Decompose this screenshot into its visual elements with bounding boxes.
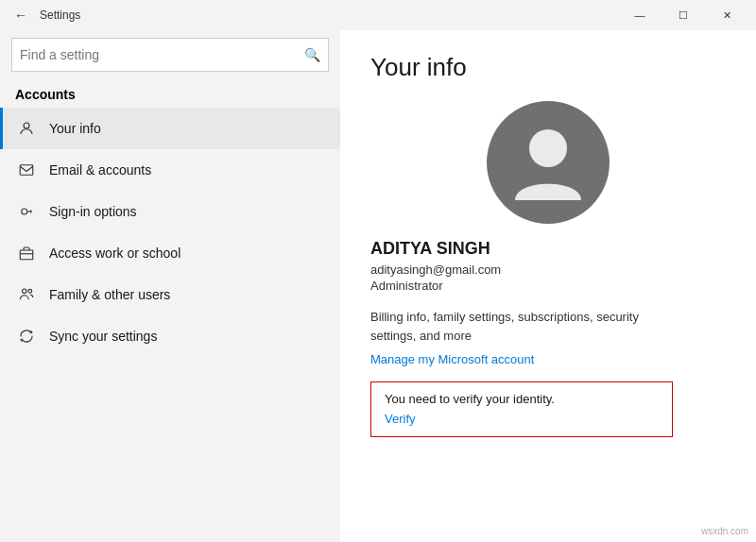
svg-point-0 [24, 123, 29, 128]
svg-point-2 [22, 209, 27, 214]
user-role: Administrator [370, 279, 726, 293]
watermark: wsxdn.com [701, 526, 748, 536]
verify-box: You need to verify your identity. Verify [370, 381, 673, 437]
sidebar-item-signin-label: Sign-in options [49, 204, 137, 219]
family-icon [15, 283, 38, 306]
app-title: Settings [40, 8, 618, 22]
sidebar-item-sync[interactable]: Sync your settings [0, 315, 340, 357]
billing-info: Billing info, family settings, subscript… [370, 308, 673, 345]
sidebar-item-email-label: Email & accounts [49, 162, 151, 178]
content-panel: Your info ADITYA SINGH adityasingh@gmail… [340, 30, 756, 542]
maximize-button[interactable]: ☐ [662, 0, 705, 30]
svg-rect-3 [20, 250, 33, 260]
section-title: Accounts [0, 79, 340, 108]
svg-point-7 [529, 129, 567, 167]
avatar [487, 101, 610, 224]
verify-link[interactable]: Verify [385, 412, 416, 426]
svg-rect-1 [20, 165, 33, 176]
search-box[interactable]: 🔍 [11, 38, 329, 72]
sidebar-item-sign-in[interactable]: Sign-in options [0, 191, 340, 232]
sidebar-item-email-accounts[interactable]: Email & accounts [0, 149, 340, 191]
user-email: adityasingh@gmail.com [370, 263, 726, 277]
email-icon [15, 159, 38, 181]
sidebar-item-sync-label: Sync your settings [49, 329, 157, 344]
person-icon [15, 117, 38, 140]
close-button[interactable]: ✕ [705, 0, 748, 30]
sidebar-item-family-label: Family & other users [49, 287, 170, 302]
sidebar-item-your-info[interactable]: Your info [0, 108, 340, 149]
page-title: Your info [370, 53, 726, 82]
main-content: 🔍 Accounts Your info Email & accounts [0, 30, 756, 542]
sidebar-item-access-work[interactable]: Access work or school [0, 232, 340, 274]
key-icon [15, 200, 38, 223]
search-icon: 🔍 [304, 47, 320, 62]
sync-icon [15, 325, 38, 347]
sidebar-item-your-info-label: Your info [49, 121, 101, 136]
manage-account-link[interactable]: Manage my Microsoft account [370, 352, 726, 366]
sidebar: 🔍 Accounts Your info Email & accounts [0, 30, 340, 542]
user-name: ADITYA SINGH [370, 239, 726, 259]
avatar-container [370, 101, 726, 224]
sidebar-item-work-label: Access work or school [49, 246, 180, 261]
minimize-button[interactable]: — [618, 0, 662, 30]
back-button[interactable]: ← [8, 2, 34, 28]
window-controls: — ☐ ✕ [618, 0, 748, 30]
svg-point-6 [28, 289, 32, 293]
search-input[interactable] [20, 47, 304, 62]
verify-text: You need to verify your identity. [385, 392, 659, 406]
titlebar: ← Settings — ☐ ✕ [0, 0, 756, 30]
svg-point-5 [23, 289, 27, 294]
sidebar-item-family[interactable]: Family & other users [0, 274, 340, 315]
briefcase-icon [15, 242, 38, 264]
